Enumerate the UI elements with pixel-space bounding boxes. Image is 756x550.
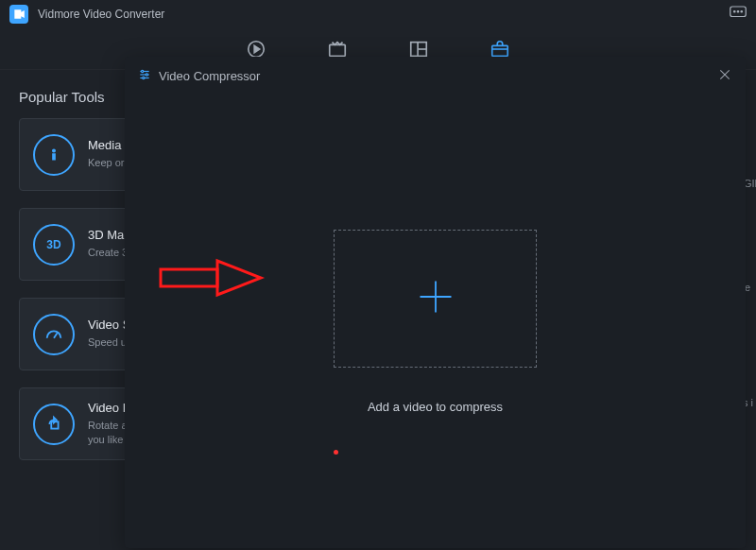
close-button[interactable] (717, 67, 732, 85)
svg-rect-9 (492, 45, 508, 56)
dropzone-caption: Add a video to compress (368, 400, 503, 414)
sliders-icon (138, 68, 151, 84)
dialog-title: Video Compressor (159, 69, 260, 83)
info-icon (33, 134, 75, 176)
dialog-header: Video Compressor (125, 57, 746, 95)
svg-point-17 (142, 70, 144, 72)
svg-point-19 (143, 77, 145, 78)
three-d-icon: 3D (33, 224, 75, 266)
video-compressor-dialog: Video Compressor Add a video to compress (125, 57, 746, 548)
rotate-icon (33, 404, 75, 445)
add-video-dropzone[interactable] (334, 230, 537, 368)
svg-point-18 (146, 73, 147, 75)
svg-line-12 (54, 333, 58, 338)
plus-icon (415, 276, 456, 321)
feedback-icon[interactable] (730, 6, 747, 23)
titlebar: Vidmore Video Converter (0, 0, 756, 28)
svg-point-11 (53, 149, 55, 151)
svg-point-3 (741, 11, 743, 13)
red-dot-annotation (334, 450, 338, 455)
svg-rect-5 (330, 44, 346, 56)
gauge-icon (33, 314, 75, 355)
svg-point-2 (737, 11, 739, 13)
svg-point-1 (734, 11, 736, 13)
app-title: Vidmore Video Converter (38, 8, 164, 21)
app-logo (9, 5, 28, 24)
